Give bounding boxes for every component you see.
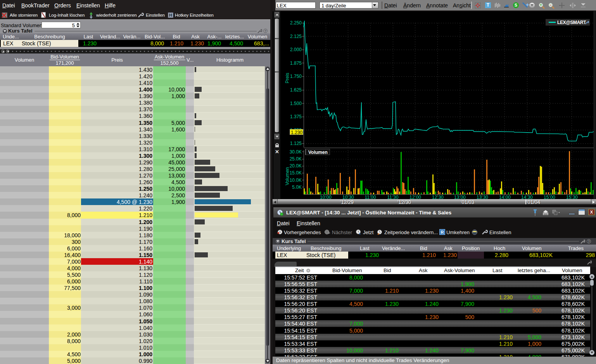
svg-text:−: − — [549, 3, 551, 7]
svg-text:+: + — [540, 3, 542, 7]
